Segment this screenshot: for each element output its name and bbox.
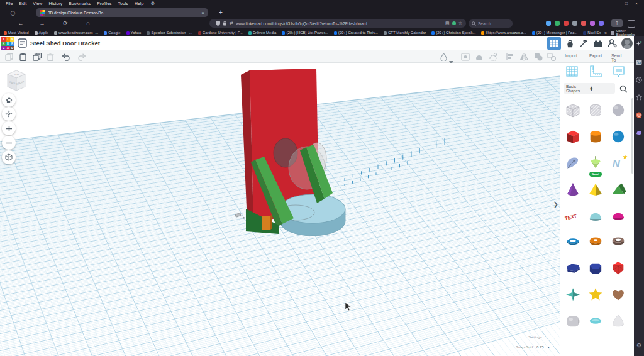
bookmark-item[interactable]: Speaker Submission - ...: [147, 31, 192, 35]
url-text[interactable]: www.tinkercad.com/things/cKUsdb6qQm3/edi…: [236, 21, 443, 26]
reload-icon[interactable]: ⟳: [61, 18, 70, 29]
close-button[interactable]: ×: [631, 0, 641, 8]
favorites-star-icon[interactable]: [635, 94, 643, 101]
shape-search-icon[interactable]: [619, 84, 628, 96]
forward-icon[interactable]: →: [38, 18, 47, 29]
menu-view[interactable]: View: [30, 0, 45, 8]
panel-collapse-chevron[interactable]: ❯: [553, 201, 558, 208]
design-canvas[interactable]: TOP LEFT FRONT Settings Snap Grid 0.25 ▾…: [0, 63, 560, 356]
tinkercad-logo[interactable]: TINKERCAD: [1, 37, 14, 50]
shape-sphere[interactable]: [607, 123, 630, 150]
undo-icon[interactable]: [62, 52, 71, 64]
extension-icon[interactable]: [555, 21, 560, 26]
image-tool-icon[interactable]: [635, 58, 643, 66]
menu-profiles[interactable]: Profiles: [94, 0, 114, 8]
bookmark-item[interactable]: Apple: [35, 31, 48, 35]
browser-tab[interactable]: 3D design Glorious Densor-Bo ×: [36, 8, 208, 17]
shape-half-sphere[interactable]: [607, 203, 630, 229]
new-tab-button[interactable]: +: [219, 8, 223, 17]
bookmark-item[interactable]: www.bestfreecv.com -...: [54, 31, 98, 35]
shape-roof[interactable]: [607, 176, 630, 203]
shape-heart[interactable]: [607, 282, 630, 308]
import-button[interactable]: Import: [565, 53, 577, 58]
home-view-button[interactable]: [2, 93, 16, 107]
sidebar-toggle-button[interactable]: ▯: [611, 19, 623, 27]
copy-icon[interactable]: [5, 52, 13, 64]
blocks-view-button[interactable]: [547, 37, 561, 50]
perspective-toggle-button[interactable]: [2, 150, 16, 164]
extensions-puzzle-icon[interactable]: [628, 20, 635, 28]
maximize-button[interactable]: □: [621, 0, 631, 8]
bookmark-item[interactable]: CTT Monthly Calendar: [384, 31, 426, 35]
snap-grid-caret-icon[interactable]: ▾: [548, 345, 550, 349]
shape-round-roof[interactable]: [584, 203, 607, 229]
color-drop-icon[interactable]: [440, 52, 447, 64]
view-cube[interactable]: TOP LEFT FRONT: [4, 67, 29, 93]
shape-paraboloid[interactable]: [607, 308, 630, 335]
bookmark-item[interactable]: (20+) Created to Thriv...: [334, 31, 378, 35]
strip-settings-gear-icon[interactable]: ⚙: [635, 342, 643, 348]
bookmark-item[interactable]: Cardone University | F...: [198, 31, 243, 35]
menu-history[interactable]: History: [45, 0, 65, 8]
shape-box[interactable]: [562, 123, 584, 150]
home-icon[interactable]: ⌂: [84, 18, 92, 29]
zoom-in-button[interactable]: [2, 121, 16, 135]
shape-cylinder[interactable]: [584, 123, 607, 150]
shape-hex-prism[interactable]: [584, 255, 607, 282]
address-field[interactable]: ⇄ www.tinkercad.com/things/cKUsdb6qQm3/e…: [209, 19, 466, 28]
show-all-icon[interactable]: [461, 52, 470, 64]
bookmark-item[interactable]: Noel Smith Loan Offic...: [583, 31, 601, 35]
shape-scribble[interactable]: [562, 150, 584, 176]
duplicate-icon[interactable]: [33, 52, 42, 64]
shape-box-hole[interactable]: [562, 97, 584, 123]
shape-torus[interactable]: [584, 229, 607, 255]
shape-star-5pt[interactable]: [584, 282, 607, 308]
extension-icon[interactable]: [599, 21, 604, 26]
menu-bookmarks[interactable]: Bookmarks: [65, 0, 94, 8]
paste-icon[interactable]: [19, 52, 27, 64]
minecraft-export-icon[interactable]: [579, 39, 589, 48]
extension-icon[interactable]: [546, 21, 551, 26]
shape-text[interactable]: TEXT: [562, 203, 584, 229]
bookmark-item[interactable]: (20+) Christian Speak...: [431, 31, 475, 35]
permission-icon[interactable]: [452, 21, 456, 25]
minimize-button[interactable]: –: [611, 0, 621, 8]
shape-lens[interactable]: [584, 308, 607, 335]
ungroup-icon[interactable]: [547, 52, 556, 64]
shape-tube[interactable]: [607, 229, 630, 255]
menu-file[interactable]: File: [3, 0, 16, 8]
container-swap-icon[interactable]: ⇄: [230, 21, 233, 26]
align-icon[interactable]: [506, 52, 514, 64]
purple-app-icon[interactable]: [635, 129, 643, 136]
other-bookmarks-button[interactable]: Other Bookmarks: [611, 29, 640, 36]
shape-flat-torus[interactable]: [562, 229, 584, 255]
send-to-button[interactable]: Send To: [611, 53, 626, 62]
bookmark-item[interactable]: (20+) Messenger | Fac...: [532, 31, 577, 35]
export-button[interactable]: Export: [589, 53, 602, 58]
bookmark-item[interactable]: Https://www.amazon.c...: [481, 31, 526, 35]
snap-grid-value[interactable]: 0.25: [536, 345, 544, 349]
bookmark-item[interactable]: (20+) [HCB] List Power...: [282, 31, 328, 35]
shape-category-dropdown[interactable]: Basic Shapes ▲▼: [564, 83, 615, 94]
menu-help[interactable]: Help: [131, 0, 147, 8]
shape-cylinder-hole[interactable]: [584, 97, 607, 123]
shape-dice[interactable]: [562, 308, 584, 335]
design-title[interactable]: Steel Shed Door Bracket: [30, 40, 100, 47]
notes-tool-icon[interactable]: [611, 64, 626, 82]
shape-spinner-top[interactable]: New!: [584, 150, 607, 176]
settings-label[interactable]: Settings: [528, 335, 542, 339]
shape-icosahedron[interactable]: [607, 255, 630, 282]
bookmark-item[interactable]: Google: [104, 31, 120, 35]
redo-icon[interactable]: [77, 52, 86, 64]
shape-cone[interactable]: [562, 176, 584, 203]
panel-scrollbar[interactable]: [631, 98, 633, 174]
workplane-tool-icon[interactable]: [565, 64, 580, 82]
shield-icon[interactable]: [216, 21, 220, 26]
bookmark-item[interactable]: Most Visited: [4, 31, 29, 35]
shape-letters[interactable]: N: [607, 150, 630, 176]
delete-icon[interactable]: [47, 52, 54, 64]
extension-icon[interactable]: [564, 21, 569, 26]
menu-tools[interactable]: Tools: [115, 0, 131, 8]
zoom-out-button[interactable]: [2, 136, 16, 150]
extension-icon[interactable]: [581, 21, 586, 26]
